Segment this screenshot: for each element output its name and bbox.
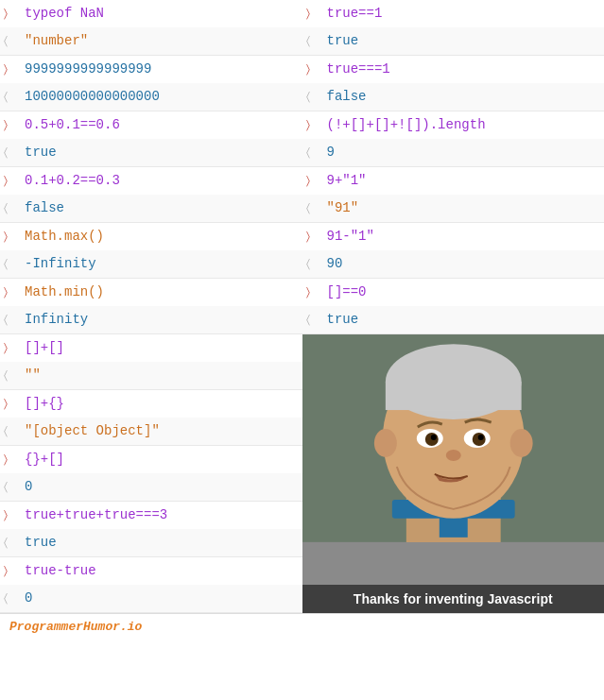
repl-entry: 〉true-true〈0 — [0, 557, 302, 613]
output-value: true — [327, 31, 359, 51]
repl-entry: 〉(!+[]+[]+![]).length〈9 — [302, 111, 605, 167]
input-arrow: 〉 — [306, 173, 323, 190]
output-arrow: 〈 — [4, 256, 21, 273]
repl-output: 〈Infinity — [0, 306, 302, 333]
footer: ProgrammerHumor.io — [0, 613, 604, 640]
repl-output: 〈90 — [302, 250, 605, 278]
output-arrow: 〈 — [4, 535, 21, 552]
svg-point-15 — [445, 450, 460, 461]
repl-output: 〈true — [302, 27, 605, 55]
input-code: (!+[]+[]+![]).length — [327, 115, 486, 135]
input-arrow: 〉 — [4, 452, 21, 469]
svg-rect-6 — [385, 382, 521, 410]
repl-output: 〈-Infinity — [0, 250, 302, 278]
input-code: Math.min() — [25, 282, 104, 302]
output-value: true — [327, 310, 359, 330]
repl-output: 〈9 — [302, 139, 605, 166]
output-value: -Infinity — [25, 254, 96, 274]
repl-output: 〈"[object Object]" — [0, 418, 302, 445]
svg-point-13 — [430, 435, 436, 440]
repl-entry: 〉0.1+0.2==0.3〈false — [0, 167, 302, 223]
input-code: 91-"1" — [327, 227, 374, 247]
output-arrow: 〈 — [306, 256, 323, 273]
repl-entry: 〉typeof NaN〈"number" — [0, 0, 302, 56]
repl-entry: 〉91-"1"〈90 — [302, 223, 605, 279]
repl-input: 〉9+"1" — [302, 167, 605, 195]
output-arrow: 〈 — [306, 33, 323, 50]
output-arrow: 〈 — [4, 145, 21, 162]
repl-output: 〈10000000000000000 — [0, 83, 302, 111]
output-value: 9 — [327, 143, 335, 162]
output-value: false — [327, 87, 367, 107]
repl-input: 〉0.1+0.2==0.3 — [0, 167, 302, 195]
repl-output: 〈"" — [0, 362, 302, 389]
output-arrow: 〈 — [306, 200, 323, 217]
repl-input: 〉[]+[] — [0, 334, 302, 362]
input-arrow: 〉 — [4, 396, 21, 413]
output-value: 0 — [25, 589, 32, 608]
repl-output: 〈false — [302, 83, 605, 111]
output-value: false — [25, 198, 64, 218]
output-arrow: 〈 — [4, 89, 21, 106]
repl-input: 〉Math.max() — [0, 223, 302, 250]
input-code: 9999999999999999 — [25, 60, 151, 79]
output-value: 10000000000000000 — [25, 87, 160, 107]
input-code: Math.max() — [25, 227, 104, 247]
input-code: typeof NaN — [25, 4, 104, 24]
output-arrow: 〈 — [4, 33, 21, 50]
output-value: 0 — [25, 477, 32, 497]
repl-output: 〈true — [0, 529, 302, 556]
repl-input: 〉true==1 — [302, 0, 605, 27]
output-value: true — [25, 143, 57, 162]
repl-entry: 〉[]==0〈true — [302, 279, 605, 334]
repl-entry: 〉Math.min()〈Infinity — [0, 279, 302, 334]
input-arrow: 〉 — [4, 6, 21, 23]
output-value: "[object Object]" — [25, 421, 160, 441]
repl-entry: 〉Math.max()〈-Infinity — [0, 223, 302, 279]
repl-entry: 〉9+"1"〈"91" — [302, 167, 605, 223]
output-arrow: 〈 — [306, 145, 323, 162]
repl-input: 〉{}+[] — [0, 446, 302, 473]
repl-output: 〈"number" — [0, 27, 302, 55]
output-value: 90 — [327, 254, 343, 274]
output-arrow: 〈 — [4, 423, 21, 440]
input-arrow: 〉 — [306, 6, 323, 23]
input-code: 0.1+0.2==0.3 — [25, 171, 120, 191]
repl-input: 〉true-true — [0, 557, 302, 585]
meme-image: Thanks for inventing Javascript — [302, 334, 605, 613]
meme-caption: Thanks for inventing Javascript — [302, 585, 605, 613]
output-value: "number" — [25, 31, 88, 51]
repl-input: 〉(!+[]+[]+![]).length — [302, 111, 605, 139]
output-arrow: 〈 — [306, 89, 323, 106]
input-arrow: 〉 — [4, 563, 21, 580]
input-code: 9+"1" — [327, 171, 367, 191]
input-code: true-true — [25, 561, 96, 581]
repl-input: 〉typeof NaN — [0, 0, 302, 27]
output-arrow: 〈 — [4, 479, 21, 496]
input-arrow: 〉 — [4, 507, 21, 524]
output-arrow: 〈 — [306, 312, 323, 329]
input-code: true===1 — [327, 60, 390, 79]
output-value: Infinity — [25, 310, 88, 330]
svg-point-8 — [509, 429, 532, 457]
repl-output: 〈false — [0, 195, 302, 222]
repl-input: 〉9999999999999999 — [0, 56, 302, 83]
input-arrow: 〉 — [306, 61, 323, 78]
input-arrow: 〉 — [4, 340, 21, 357]
repl-output: 〈"91" — [302, 195, 605, 222]
repl-entry: 〉true===1〈false — [302, 56, 605, 111]
input-arrow: 〉 — [4, 61, 21, 78]
input-arrow: 〉 — [4, 284, 21, 301]
input-code: []+{} — [25, 394, 64, 414]
input-code: []==0 — [327, 282, 367, 302]
output-arrow: 〈 — [4, 312, 21, 329]
repl-entry: 〉0.5+0.1==0.6〈true — [0, 111, 302, 167]
input-code: true==1 — [327, 4, 383, 24]
main-grid: 〉typeof NaN〈"number"〉9999999999999999〈10… — [0, 0, 604, 640]
repl-entry: 〉[]+[]〈"" — [0, 334, 302, 390]
input-code: {}+[] — [25, 450, 64, 470]
repl-input: 〉Math.min() — [0, 279, 302, 306]
repl-output: 〈true — [302, 306, 605, 333]
repl-input: 〉[]+{} — [0, 390, 302, 418]
repl-output: 〈0 — [0, 473, 302, 501]
